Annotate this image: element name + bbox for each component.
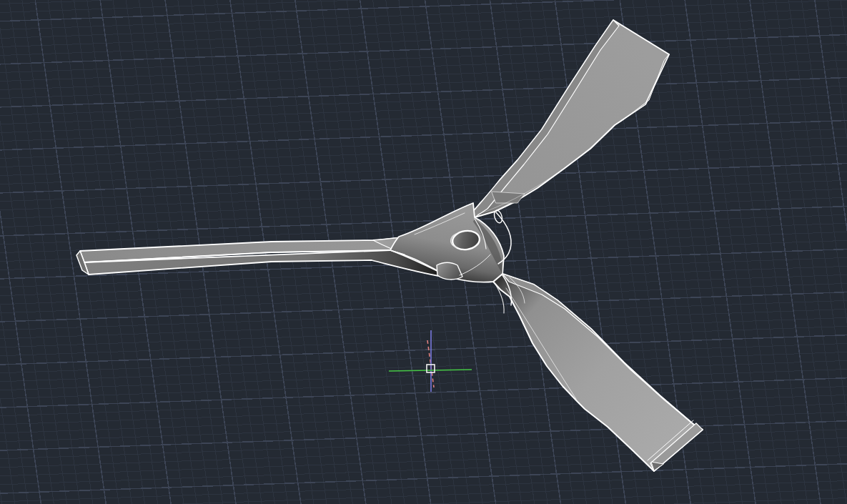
- scene-svg: [0, 0, 847, 504]
- crosshair-cursor: [389, 330, 472, 392]
- root-highlight-oval: [492, 209, 503, 224]
- blade-top-root-facet[interactable]: [492, 192, 525, 203]
- viewport-canvas[interactable]: [0, 0, 847, 504]
- crosshair-x-axis: [389, 370, 472, 371]
- propeller-model[interactable]: [76, 20, 703, 471]
